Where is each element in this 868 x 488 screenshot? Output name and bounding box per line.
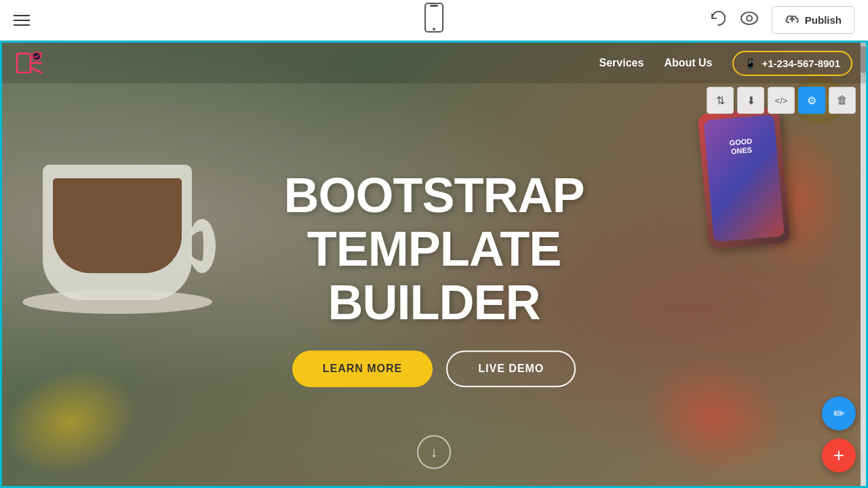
phone-device: GOODONES (698, 107, 791, 249)
svg-rect-5 (17, 54, 31, 73)
phone-text: GOODONES (709, 135, 774, 158)
svg-point-3 (741, 12, 757, 24)
site-preview: GOODONES (0, 41, 868, 488)
fab-add-icon: + (833, 445, 844, 466)
preview-icon[interactable] (741, 12, 758, 29)
fab-edit-icon: ✏ (833, 405, 845, 422)
sort-icon: ⇅ (716, 94, 725, 107)
toolbar-left (14, 15, 30, 26)
hero-content: BOOTSTRAP TEMPLATE BUILDER LEARN MORE LI… (197, 169, 671, 387)
delete-button[interactable]: 🗑 (829, 87, 856, 114)
nav-phone-number: +1-234-567-8901 (762, 58, 840, 69)
svg-line-8 (31, 68, 41, 73)
settings-icon: ⚙ (807, 94, 816, 107)
hero-title-line1: BOOTSTRAP (197, 169, 671, 222)
download-button[interactable]: ⬇ (737, 87, 764, 114)
toolbar-center (425, 3, 443, 37)
phone-small-icon: 📱 (745, 58, 756, 68)
scrollbar[interactable] (861, 43, 866, 486)
publish-label: Publish (805, 14, 842, 26)
hero-title-line2: TEMPLATE BUILDER (197, 222, 671, 329)
sort-button[interactable]: ⇅ (707, 87, 734, 114)
hero-section: GOODONES (2, 43, 866, 486)
nav-about[interactable]: About Us (664, 57, 712, 69)
fab-edit-button[interactable]: ✏ (822, 396, 856, 430)
mobile-preview-icon[interactable] (425, 3, 443, 37)
top-toolbar: Publish (0, 0, 868, 41)
navbar-logo (16, 48, 45, 78)
svg-rect-0 (425, 3, 443, 32)
scroll-down-icon: ↓ (431, 443, 438, 461)
download-icon: ⬇ (747, 94, 755, 107)
nav-services[interactable]: Services (599, 57, 644, 69)
settings-button[interactable]: ⚙ (798, 87, 825, 114)
cloud-icon (785, 12, 800, 28)
learn-more-button[interactable]: LEARN MORE (292, 350, 433, 387)
undo-icon[interactable] (709, 9, 727, 31)
site-navbar: Services About Us 📱 +1-234-567-8901 (2, 43, 866, 83)
fab-container: ✏ + (822, 396, 856, 472)
tea-liquid (53, 178, 182, 273)
section-toolbar: ⇅ ⬇ </> ⚙ 🗑 (707, 87, 856, 114)
toolbar-right: Publish (709, 6, 854, 34)
nav-phone-button[interactable]: 📱 +1-234-567-8901 (732, 51, 852, 76)
fab-add-button[interactable]: + (822, 439, 856, 472)
svg-point-2 (433, 28, 435, 30)
code-icon: </> (775, 96, 788, 106)
delete-icon: 🗑 (837, 94, 848, 106)
live-demo-button[interactable]: LIVE DEMO (446, 350, 576, 387)
tea-cup (22, 97, 226, 314)
phone-screen: GOODONES (703, 115, 784, 242)
scroll-down-button[interactable]: ↓ (417, 435, 451, 469)
code-button[interactable]: </> (768, 87, 795, 114)
svg-rect-1 (430, 5, 438, 7)
canvas-area: GOODONES (0, 41, 868, 488)
svg-point-4 (747, 16, 752, 21)
navbar-links: Services About Us 📱 +1-234-567-8901 (599, 51, 852, 76)
publish-button[interactable]: Publish (772, 6, 854, 34)
hero-buttons: LEARN MORE LIVE DEMO (197, 350, 671, 387)
hamburger-menu[interactable] (14, 15, 30, 26)
logo-icon (16, 48, 45, 78)
hero-title: BOOTSTRAP TEMPLATE BUILDER (197, 169, 671, 330)
